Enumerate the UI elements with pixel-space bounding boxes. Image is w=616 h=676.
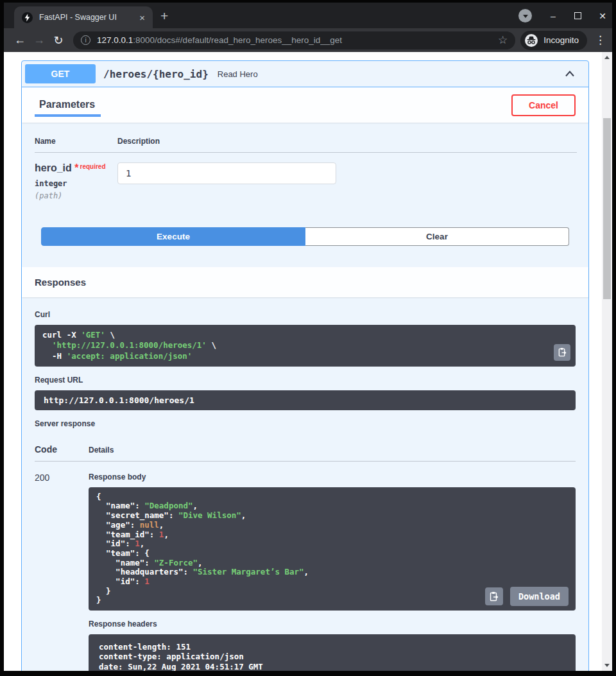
minimize-button[interactable]: –: [549, 11, 558, 21]
opblock-get-read-hero: GET /heroes/{hero_id} Read Hero Paramete…: [21, 60, 589, 671]
parameter-location: (path): [35, 191, 117, 200]
browser-menu-icon[interactable]: ⋮: [595, 33, 606, 47]
required-label: required: [80, 163, 105, 170]
column-header-details: Details: [89, 446, 576, 455]
request-url-label: Request URL: [35, 376, 576, 385]
incognito-label: Incognito: [543, 35, 579, 45]
required-asterisk: *: [74, 162, 78, 173]
back-button[interactable]: ←: [10, 31, 30, 50]
url-text: 127.0.0.1:8000/docs#/default/read_hero_h…: [97, 35, 493, 45]
parameter-row: hero_id *required integer (path): [35, 153, 577, 200]
endpoint-path: /heroes/{hero_id}: [103, 68, 209, 80]
request-url-value: http://127.0.0.1:8000/heroes/1: [35, 390, 576, 410]
url-bar[interactable]: i 127.0.0.1:8000/docs#/default/read_hero…: [73, 31, 515, 49]
hero-id-input[interactable]: [117, 162, 336, 184]
collapse-chevron-icon[interactable]: [563, 67, 576, 80]
response-body-label: Response body: [89, 472, 576, 481]
page-content: GET /heroes/{hero_id} Read Hero Paramete…: [4, 52, 612, 671]
browser-tab[interactable]: FastAPI - Swagger UI ×: [14, 6, 153, 28]
clear-button[interactable]: Clear: [305, 227, 569, 246]
clipboard-copy-icon: [558, 347, 567, 357]
parameter-name: hero_id *required: [35, 162, 117, 174]
server-response-row: 200 Response body { "name": "Deadpond", …: [35, 462, 576, 671]
column-header-description: Description: [117, 137, 577, 146]
parameter-type: integer: [35, 179, 117, 188]
scroll-down-icon[interactable]: [604, 664, 610, 667]
cancel-button[interactable]: Cancel: [511, 94, 576, 116]
copy-response-button[interactable]: [485, 587, 503, 605]
browser-toolbar: ← → ↻ i 127.0.0.1:8000/docs#/default/rea…: [4, 28, 612, 52]
browser-window: FastAPI - Swagger UI × + – ✕ ← → ↻ i 127…: [0, 0, 616, 676]
opblock-summary[interactable]: GET /heroes/{hero_id} Read Hero: [22, 61, 588, 87]
site-info-icon[interactable]: i: [81, 35, 90, 45]
response-headers-label: Response headers: [89, 620, 576, 628]
forward-button[interactable]: →: [30, 31, 49, 50]
page-scrollbar[interactable]: [602, 52, 612, 671]
responses-body: Curl curl -X 'GET' \ 'http://127.0.0.1:8…: [22, 297, 588, 671]
close-window-button[interactable]: ✕: [598, 11, 607, 21]
endpoint-summary: Read Hero: [218, 69, 258, 79]
url-path: :8000/docs#/default/read_hero_heroes__he…: [133, 35, 342, 45]
method-badge: GET: [25, 64, 96, 83]
status-code: 200: [35, 471, 89, 671]
maximize-button[interactable]: [574, 12, 581, 19]
parameters-header: Parameters Cancel: [22, 87, 588, 123]
window-menu-icon[interactable]: [518, 9, 532, 22]
reload-button[interactable]: ↻: [49, 31, 68, 50]
server-response-label: Server response: [35, 419, 576, 428]
new-tab-button[interactable]: +: [160, 8, 168, 24]
responses-title: Responses: [35, 273, 86, 291]
responses-header: Responses: [22, 267, 588, 297]
clipboard-copy-icon: [489, 591, 499, 602]
tab-parameters: Parameters: [35, 93, 101, 117]
curl-command-block: curl -X 'GET' \ 'http://127.0.0.1:8000/h…: [35, 325, 576, 367]
curl-label: Curl: [35, 310, 576, 319]
column-header-name: Name: [35, 137, 117, 146]
scroll-up-icon[interactable]: [604, 56, 610, 59]
copy-curl-button[interactable]: [554, 344, 570, 361]
fastapi-favicon-icon: [22, 12, 33, 23]
incognito-icon: [524, 33, 538, 48]
parameters-table: Name Description hero_id *required integ…: [22, 123, 588, 227]
response-headers-block: content-length: 151content-type: applica…: [89, 634, 576, 671]
execute-button[interactable]: Execute: [41, 227, 305, 246]
scrollbar-thumb[interactable]: [603, 118, 611, 299]
tab-strip: FastAPI - Swagger UI × + – ✕: [4, 3, 612, 28]
response-body-block: { "name": "Deadpond", "secret_name": "Di…: [89, 487, 576, 611]
execute-row: Execute Clear: [22, 227, 588, 267]
incognito-badge: Incognito: [520, 31, 587, 50]
tab-title: FastAPI - Swagger UI: [39, 13, 137, 22]
url-host: 127.0.0.1: [97, 35, 133, 45]
download-button[interactable]: Download: [510, 587, 569, 606]
column-header-code: Code: [35, 444, 89, 455]
bookmark-star-icon[interactable]: ☆: [498, 33, 508, 47]
tab-close-icon[interactable]: ×: [137, 12, 148, 23]
